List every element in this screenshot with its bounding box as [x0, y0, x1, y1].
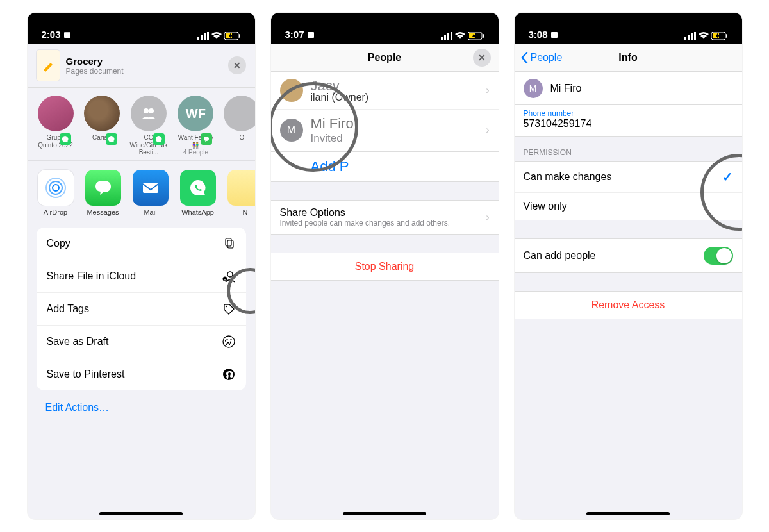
action-add-tags[interactable]: Add Tags [37, 293, 246, 326]
svg-text:+: + [224, 278, 226, 281]
app-whatsapp[interactable]: WhatsApp [180, 170, 216, 216]
document-subtitle: Pages document [66, 67, 228, 76]
stop-sharing-button[interactable]: Stop Sharing [271, 253, 499, 281]
share-options-row[interactable]: Share Options Invited people can make ch… [271, 200, 499, 235]
person-status: Invited [311, 132, 486, 145]
person-name: Mi Firo [311, 115, 486, 132]
svg-point-10 [149, 108, 154, 113]
share-options-title: Share Options [280, 207, 486, 219]
action-list: Copy Share File in iCloud + Add Tags Sav… [37, 228, 246, 390]
svg-rect-32 [684, 37, 686, 40]
can-add-people-toggle-row[interactable]: Can add people [515, 239, 742, 272]
app-label: Messages [85, 208, 121, 216]
app-label: WhatsApp [180, 208, 216, 216]
wifi-icon [455, 32, 465, 40]
clock: 3:08 [529, 29, 548, 40]
people-list: Jacy ilani (Owner) › M Mi Firo Invited › [271, 72, 499, 152]
app-airdrop[interactable]: AirDrop [38, 170, 74, 216]
calendar-icon [307, 31, 315, 38]
app-messages[interactable]: Messages [85, 170, 121, 216]
app-notes[interactable]: N [227, 170, 255, 216]
svg-point-11 [53, 185, 59, 191]
svg-point-12 [49, 181, 62, 194]
messages-icon [85, 170, 121, 206]
tag-icon [222, 302, 236, 316]
avatar: WF [178, 96, 213, 131]
signal-icon [197, 32, 209, 40]
whatsapp-badge-icon [60, 133, 71, 145]
toggle-switch[interactable] [704, 247, 733, 265]
remove-access-button[interactable]: Remove Access [515, 291, 742, 319]
app-label: AirDrop [38, 208, 74, 216]
wifi-icon [699, 32, 709, 40]
checkmark-icon: ✓ [722, 169, 733, 185]
contact-want-family[interactable]: WF Want Family 👫 4 People [178, 96, 213, 156]
apps-row: AirDrop Messages Mail WhatsApp N [28, 160, 255, 228]
permission-list: Can make changes ✓ View only [515, 161, 742, 220]
svg-rect-2 [197, 37, 199, 40]
home-indicator[interactable] [343, 512, 426, 515]
pinterest-icon [222, 367, 236, 381]
svg-point-17 [227, 272, 233, 277]
person-header: M Mi Firo [515, 72, 742, 105]
app-label: Mail [133, 208, 169, 216]
notes-icon [227, 170, 255, 206]
chevron-right-icon: › [486, 85, 489, 96]
action-share-icloud[interactable]: Share File in iCloud + [37, 260, 246, 293]
svg-rect-3 [201, 35, 203, 40]
avatar: M [524, 79, 543, 98]
wordpress-icon [222, 335, 236, 349]
imessage-badge-icon [201, 133, 212, 145]
owner-label: ilani (Owner) [311, 92, 486, 103]
close-share-sheet-button[interactable]: ✕ [228, 56, 246, 74]
phone-label: Phone number [524, 109, 733, 118]
avatar [131, 96, 167, 131]
action-save-draft[interactable]: Save as Draft [37, 326, 246, 358]
person-row-owner[interactable]: Jacy ilani (Owner) › [271, 72, 499, 110]
avatar: M [280, 119, 303, 142]
add-people-link[interactable]: Add P [271, 152, 499, 182]
svg-rect-31 [551, 32, 558, 38]
phone-value: 573104259174 [524, 118, 733, 129]
svg-point-20 [225, 305, 226, 306]
document-thumbnail [37, 50, 60, 81]
copy-icon [222, 237, 236, 251]
airdrop-icon [38, 170, 74, 206]
document-title: Grocery [66, 56, 228, 67]
status-bar: 2:03 [28, 13, 255, 44]
back-button[interactable]: People [521, 52, 563, 63]
person-row-invited[interactable]: M Mi Firo Invited › [271, 110, 499, 151]
add-person-icon: + [222, 269, 236, 283]
avatar [280, 79, 303, 102]
svg-rect-35 [694, 32, 696, 40]
svg-rect-4 [204, 33, 206, 40]
app-mail[interactable]: Mail [133, 170, 169, 216]
can-add-people-section: Can add people [515, 238, 742, 273]
svg-rect-26 [447, 33, 449, 40]
nav-title: Info [618, 52, 637, 63]
permission-header: PERMISSION [515, 137, 742, 161]
wifi-icon [211, 32, 222, 40]
action-copy[interactable]: Copy [37, 228, 246, 260]
contact-co-wine[interactable]: CO Wine/GirlTalk Besti... [130, 96, 168, 156]
contact-grupo-quinto[interactable]: Grupo Quinto 2022 [38, 96, 74, 156]
permission-can-make-changes[interactable]: Can make changes ✓ [515, 162, 742, 193]
close-button[interactable]: ✕ [473, 49, 491, 67]
svg-rect-5 [207, 32, 209, 40]
calendar-icon [550, 31, 558, 38]
action-save-pinterest[interactable]: Save to Pinterest [37, 358, 246, 390]
svg-rect-25 [444, 35, 446, 40]
svg-rect-30 [483, 34, 484, 38]
home-indicator[interactable] [99, 512, 183, 515]
svg-rect-27 [451, 32, 452, 40]
signal-icon [684, 32, 696, 40]
contact-more[interactable]: O [224, 96, 254, 156]
phone-number-section[interactable]: Phone number 573104259174 [515, 105, 742, 137]
svg-rect-33 [688, 35, 690, 40]
home-indicator[interactable] [586, 512, 670, 515]
edit-actions-link[interactable]: Edit Actions… [28, 398, 255, 417]
permission-view-only[interactable]: View only [515, 193, 742, 220]
contact-carisa[interactable]: Carisa [84, 96, 120, 156]
contacts-suggestions: Grupo Quinto 2022 Carisa CO Wine/GirlTal… [28, 88, 255, 160]
clock: 3:07 [285, 29, 304, 40]
